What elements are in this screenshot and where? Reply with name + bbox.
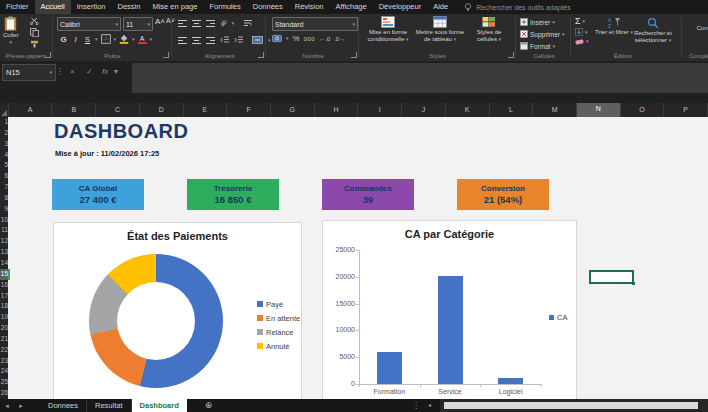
formula-input[interactable] <box>132 63 708 93</box>
kpi-card-ca-global[interactable]: CA Global27 400 € <box>52 179 144 210</box>
wrap-text-button[interactable] <box>243 19 253 27</box>
column-header-F[interactable]: F <box>227 103 271 117</box>
column-header-D[interactable]: D <box>140 103 184 117</box>
column-header-E[interactable]: E <box>184 103 228 117</box>
dialog-launcher-clipboard[interactable] <box>45 52 51 58</box>
next-sheet-arrow-icon[interactable]: ▸ <box>14 402 28 410</box>
chevron-down-icon[interactable]: ▾ <box>286 36 289 41</box>
scrollbar-thumb[interactable] <box>444 402 698 409</box>
ribbon-tab-affichage[interactable]: Affichage <box>330 0 373 14</box>
find-select-button[interactable]: Rechercher et sélectionner ▾ <box>633 17 673 44</box>
row-header-24[interactable]: 24 <box>0 366 8 377</box>
prev-sheet-arrow-icon[interactable]: ◂ <box>0 402 14 410</box>
column-header-H[interactable]: H <box>315 103 359 117</box>
number-format-select[interactable]: Standard▾ <box>272 17 358 31</box>
delete-cells-button[interactable]: Supprimer▾ <box>520 30 565 38</box>
ribbon-tab-formules[interactable]: Formules <box>203 0 246 14</box>
percent-button[interactable]: % <box>293 34 300 43</box>
row-header-5[interactable]: 5 <box>0 160 8 171</box>
ribbon-tab-développeur[interactable]: Développeur <box>373 0 428 14</box>
ribbon-tab-révision[interactable]: Révision <box>289 0 330 14</box>
conditional-formatting-button[interactable]: Mise en forme conditionnelle ▾ <box>362 16 414 43</box>
align-middle-button[interactable] <box>192 20 201 27</box>
row-header-12[interactable]: 12 <box>0 236 8 247</box>
borders-button[interactable] <box>101 34 111 44</box>
bold-button[interactable]: G <box>59 35 68 44</box>
payments-status-chart[interactable]: État des Paiements PayéEn attenteRelance… <box>53 222 302 399</box>
ribbon-tab-mise-en-page[interactable]: Mise en page <box>146 0 203 14</box>
new-sheet-icon[interactable]: ⊕ <box>205 399 213 412</box>
row-header-2[interactable]: 2 <box>0 128 8 139</box>
cell-styles-button[interactable]: Styles de cellules ▾ <box>466 16 512 43</box>
ribbon-tab-dessin[interactable]: Dessin <box>111 0 146 14</box>
column-header-P[interactable]: P <box>664 103 708 117</box>
increase-decimal-button[interactable]: ←.0 <box>319 36 330 42</box>
column-header-C[interactable]: C <box>96 103 140 117</box>
underline-button[interactable]: S <box>83 35 92 44</box>
row-header-23[interactable]: 23 <box>0 356 8 367</box>
align-top-button[interactable] <box>178 20 187 27</box>
column-header-O[interactable]: O <box>621 103 665 117</box>
decrease-indent-button[interactable] <box>220 36 229 44</box>
ribbon-tab-aide[interactable]: Aide <box>427 0 454 14</box>
grow-font-button[interactable]: A˄ <box>155 17 164 31</box>
row-header-16[interactable]: 16 <box>0 280 8 291</box>
ribbon-tab-fichier[interactable]: Fichier <box>0 0 35 14</box>
clear-button[interactable]: ▾ <box>575 38 589 45</box>
decrease-decimal-button[interactable]: .0→ <box>334 36 345 42</box>
row-header-1[interactable]: 1 <box>0 117 8 128</box>
column-header-I[interactable]: I <box>358 103 402 117</box>
align-bottom-button[interactable] <box>206 20 215 27</box>
row-header-14[interactable]: 14 <box>0 258 8 269</box>
row-header-3[interactable]: 3 <box>0 139 8 150</box>
column-header-L[interactable]: L <box>490 103 534 117</box>
increase-indent-button[interactable] <box>234 36 243 44</box>
insert-cells-button[interactable]: Insérer▾ <box>520 18 555 26</box>
font-color-button[interactable]: A <box>138 35 147 44</box>
kpi-card-conversion[interactable]: Conversion21 (54%) <box>457 179 549 210</box>
row-header-10[interactable]: 10 <box>0 215 8 226</box>
row-header-18[interactable]: 18 <box>0 301 8 312</box>
ribbon-tab-insertion[interactable]: Insertion <box>71 0 112 14</box>
chevron-down-icon[interactable]: ▾ <box>95 37 98 42</box>
paste-button[interactable]: Coller ▾ <box>3 16 19 45</box>
fill-color-button[interactable] <box>119 34 129 44</box>
row-header-19[interactable]: 19 <box>0 312 8 323</box>
chevron-down-icon[interactable]: ▾ <box>150 37 153 42</box>
horizontal-scrollbar[interactable] <box>440 399 708 412</box>
column-header-B[interactable]: B <box>52 103 96 117</box>
insert-function-icon[interactable]: fx <box>102 64 108 79</box>
autosum-button[interactable]: Σ▾ <box>575 16 589 26</box>
column-header-A[interactable]: A <box>9 103 53 117</box>
row-header-15[interactable]: 15 <box>0 269 10 280</box>
ribbon-tab-accueil[interactable]: Accueil <box>35 0 71 14</box>
align-right-button[interactable] <box>206 37 215 44</box>
tell-me-search[interactable]: Rechercher des outils adaptés <box>464 3 571 12</box>
row-header-20[interactable]: 20 <box>0 323 8 334</box>
row-header-4[interactable]: 4 <box>0 150 8 161</box>
sheet-tab-dashboard[interactable]: Dashboard <box>132 399 187 412</box>
comma-style-button[interactable]: 000 <box>304 36 316 42</box>
cut-button[interactable] <box>30 17 39 25</box>
dialog-launcher-styles[interactable] <box>508 52 514 58</box>
accounting-format-button[interactable] <box>272 34 282 43</box>
format-as-table-button[interactable]: Mettre sous forme de tableau ▾ <box>414 16 466 43</box>
row-header-17[interactable]: 17 <box>0 291 8 302</box>
row-header-13[interactable]: 13 <box>0 247 8 258</box>
scroll-left-arrow-icon[interactable]: ◂ <box>428 399 431 412</box>
chevron-down-icon[interactable]: ▾ <box>232 21 235 26</box>
name-box[interactable]: N15 ▾ <box>2 64 56 81</box>
row-header-21[interactable]: 21 <box>0 334 8 345</box>
kpi-card-commandes[interactable]: Commandes39 <box>322 179 414 210</box>
row-header-9[interactable]: 9 <box>0 204 8 215</box>
chevron-down-icon[interactable]: ▾ <box>114 37 117 42</box>
copy-button[interactable] <box>30 28 39 37</box>
column-header-K[interactable]: K <box>446 103 490 117</box>
select-all-corner[interactable] <box>0 103 9 117</box>
row-header-26[interactable]: 26 <box>0 388 8 399</box>
column-header-M[interactable]: M <box>533 103 577 117</box>
ribbon-tab-données[interactable]: Données <box>247 0 289 14</box>
kpi-card-trésorerie[interactable]: Trésorerie16 850 € <box>187 179 279 210</box>
column-header-G[interactable]: G <box>271 103 315 117</box>
selected-cell-N15[interactable] <box>589 270 634 284</box>
